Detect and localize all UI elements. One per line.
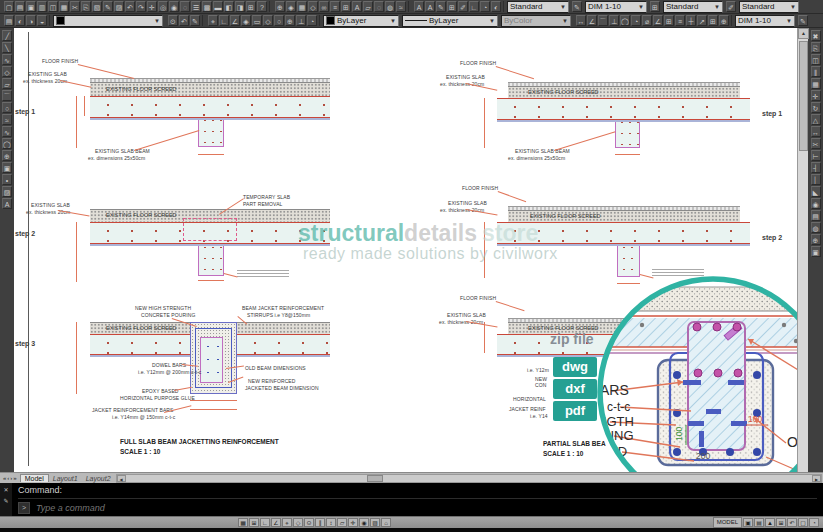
scrollbar-thumb[interactable] <box>799 41 808 151</box>
tab-layout2[interactable]: Layout2 <box>82 475 115 482</box>
am-toggle[interactable]: ◉ <box>359 518 369 527</box>
mleader-style-combo[interactable]: Standard▼ <box>739 1 799 13</box>
undo-icon[interactable]: ↶ <box>125 1 135 12</box>
tab-layout1[interactable]: Layout1 <box>49 475 82 482</box>
layer-freeze-icon[interactable]: ◑ <box>26 15 36 26</box>
color-combo[interactable]: ByLayer▼ <box>323 15 399 27</box>
break-icon[interactable]: ┤ <box>811 162 821 173</box>
model-space-icon[interactable]: ▣ <box>743 518 753 527</box>
layer-bulb-icon[interactable]: ◐ <box>15 15 25 26</box>
rotate-icon[interactable]: ↻ <box>811 102 821 113</box>
rectangle-icon[interactable]: ▱ <box>2 78 12 89</box>
copy-icon[interactable]: ⎘ <box>811 42 821 53</box>
layer-states-icon[interactable]: ✎ <box>190 15 200 26</box>
render-style-icon[interactable]: ◐ <box>491 1 501 12</box>
copy-icon[interactable]: ⎘ <box>81 1 91 12</box>
layer-previous-icon[interactable]: ↶ <box>179 15 189 26</box>
attach-image-icon[interactable]: ▦ <box>297 1 307 12</box>
close-icon[interactable]: ✕ <box>3 486 8 493</box>
ole-object-icon[interactable]: ◇ <box>308 1 318 12</box>
construction-line-icon[interactable]: ╲ <box>2 42 12 53</box>
mtext-icon[interactable]: A <box>352 1 362 12</box>
dim-jogged-icon[interactable]: ◔ <box>631 15 641 26</box>
table-style-icon[interactable]: ⊞ <box>650 1 660 12</box>
layout-space-icon[interactable]: ▤ <box>754 518 764 527</box>
fillet-icon[interactable]: ◉ <box>811 198 821 209</box>
ortho-icon[interactable]: ∟ <box>219 15 229 26</box>
help-icon[interactable]: ? <box>257 1 267 12</box>
lineweight-combo[interactable]: ByColor▼ <box>501 15 571 27</box>
layer-properties-icon[interactable]: ▤ <box>4 15 14 26</box>
annotation-scale-icon[interactable]: ▲ <box>765 518 775 527</box>
array-icon[interactable]: ▦ <box>811 78 821 89</box>
drawing-canvas[interactable]: FLOOR FINISH EXISTING SLAB ex. thickness… <box>14 28 797 472</box>
group-icon[interactable]: ⊕ <box>285 15 295 26</box>
grid-toggle[interactable]: ⊞ <box>249 518 259 527</box>
zoom-window-icon[interactable]: ◉ <box>169 1 179 12</box>
annotative-text-icon[interactable]: A <box>425 1 435 12</box>
zoom-realtime-icon[interactable]: ◎ <box>158 1 168 12</box>
scroll-right-icon[interactable]: ▶ <box>812 475 821 482</box>
draworder-icon[interactable]: ▤ <box>811 210 821 221</box>
tab-nav-arrow-icon[interactable]: » <box>13 475 16 481</box>
view-style-icon[interactable]: ◔ <box>480 1 490 12</box>
polyline-icon[interactable]: ∿ <box>2 54 12 65</box>
move-icon[interactable]: ✛ <box>811 90 821 101</box>
scroll-up-icon[interactable]: ▲ <box>798 28 809 39</box>
dim-arc-icon[interactable]: ⌒ <box>598 15 608 26</box>
ducs-toggle[interactable]: ⊙ <box>304 518 314 527</box>
plotstyle-icon[interactable]: ○ <box>274 15 284 26</box>
ellipse-icon[interactable]: ◯ <box>2 138 12 149</box>
mleader-style-icon[interactable]: ✐ <box>458 1 468 12</box>
boundary2-icon[interactable]: ⊕ <box>811 234 821 245</box>
tab-nav-arrow-icon[interactable]: ‹ <box>7 475 9 481</box>
scrollbar-thumb[interactable] <box>367 475 383 482</box>
model-button[interactable]: MODEL <box>713 517 742 528</box>
dim-style-manager-icon[interactable]: ✎ <box>436 1 446 12</box>
erase-icon[interactable]: ✖ <box>811 30 821 41</box>
scroll-left-icon[interactable]: ◀ <box>117 475 126 482</box>
tab-nav-arrows[interactable]: «‹›» <box>0 475 20 481</box>
linetype-icon[interactable]: ▭ <box>252 15 262 26</box>
snap-toggle[interactable]: ▦ <box>238 518 248 527</box>
table-icon[interactable]: ⊞ <box>341 1 351 12</box>
dim-update-icon[interactable]: ✎ <box>798 15 808 26</box>
dim-diameter-icon[interactable]: ⌀ <box>642 15 652 26</box>
lineweight-icon[interactable]: ◇ <box>263 15 273 26</box>
cleanscreen-icon[interactable]: ◔ <box>809 518 819 527</box>
spline-icon[interactable]: ∿ <box>2 126 12 137</box>
dim-angular-icon[interactable]: ∠ <box>653 15 663 26</box>
field-icon[interactable]: ≡ <box>330 1 340 12</box>
grid2-toggle[interactable]: ▨ <box>370 518 380 527</box>
new-icon[interactable]: ▢ <box>4 1 14 12</box>
pan-icon[interactable]: ✛ <box>147 1 157 12</box>
table-style-combo[interactable]: Standard▼ <box>663 1 723 13</box>
cut-icon[interactable]: ✂ <box>70 1 80 12</box>
line-icon[interactable]: ╱ <box>2 30 12 41</box>
mleader-style-icon[interactable]: ✐ <box>726 1 736 12</box>
polygon-icon[interactable]: ◇ <box>2 66 12 77</box>
otrack-toggle[interactable]: ◇ <box>293 518 303 527</box>
dim-style-icon[interactable]: ✎ <box>572 1 582 12</box>
publish-icon[interactable]: ▦ <box>59 1 69 12</box>
attach-xref-icon[interactable]: ◈ <box>286 1 296 12</box>
pdf-badge[interactable]: pdf <box>553 401 597 421</box>
region-icon[interactable]: ▱ <box>363 1 373 12</box>
markup-icon[interactable]: ◨ <box>235 1 245 12</box>
designcenter-icon[interactable]: ▩ <box>202 1 212 12</box>
dim-style-combo[interactable]: DIM 1-10▼ <box>585 1 647 13</box>
mirror-icon[interactable]: ◫ <box>811 54 821 65</box>
osnap-icon[interactable]: ⌖ <box>208 15 218 26</box>
text-style-combo[interactable]: Standard▼ <box>507 1 569 13</box>
match-properties-icon[interactable]: ✎ <box>103 1 113 12</box>
vertical-scrollbar[interactable]: ▲ <box>797 28 808 472</box>
tab-nav-arrow-icon[interactable]: › <box>10 475 12 481</box>
text-style-icon[interactable]: A <box>414 1 424 12</box>
dim-ordinate-icon[interactable]: ⊥ <box>609 15 619 26</box>
polar-icon[interactable]: ∠ <box>230 15 240 26</box>
ortho-toggle[interactable]: ∟ <box>260 518 270 527</box>
layer-combo[interactable]: ▼ <box>53 15 163 27</box>
sheetset-icon[interactable]: ◧ <box>224 1 234 12</box>
polar-toggle[interactable]: ∠ <box>271 518 281 527</box>
tool-palettes-icon[interactable]: ▬ <box>213 1 223 12</box>
